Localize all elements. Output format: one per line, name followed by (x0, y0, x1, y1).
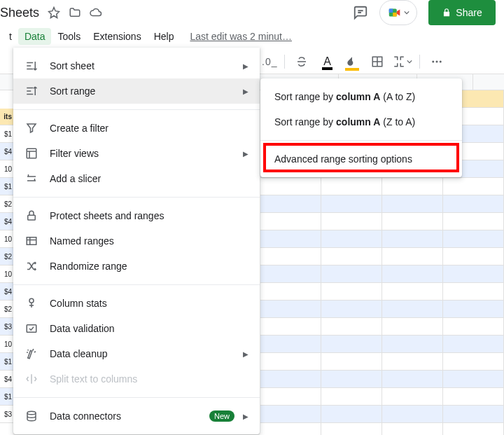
cell[interactable] (443, 301, 504, 318)
cell[interactable] (260, 406, 321, 423)
cell[interactable] (443, 195, 504, 213)
named-ranges-item[interactable]: Named ranges (13, 228, 260, 254)
data-connectors-item[interactable]: Data connectorsNew▶ (13, 403, 260, 429)
advanced-range-sorting[interactable]: Advanced range sorting options (260, 146, 462, 172)
protect-sheets-and-ranges-item[interactable]: Protect sheets and ranges (13, 203, 260, 228)
sort-sheet-item[interactable]: Sort sheet▶ (13, 53, 260, 78)
cell[interactable] (260, 336, 321, 353)
cell[interactable] (382, 336, 443, 353)
svg-point-5 (436, 61, 438, 63)
cell[interactable] (443, 213, 504, 230)
data-cleanup-item[interactable]: Data cleanup▶ (13, 341, 260, 366)
cell[interactable] (443, 336, 504, 353)
doc-title[interactable]: Sheets (0, 6, 39, 20)
cell[interactable] (382, 230, 443, 248)
sort-range-a-to-z[interactable]: Sort range by column A (A to Z) (260, 84, 462, 109)
data-validation-item[interactable]: Data validation (13, 316, 260, 341)
menu-help[interactable]: Help (148, 28, 181, 45)
cell[interactable] (321, 195, 382, 213)
cell[interactable] (260, 178, 321, 195)
cell[interactable] (382, 248, 443, 265)
cell[interactable] (382, 318, 443, 336)
number-format-partial[interactable]: .0_ (262, 56, 277, 67)
cell[interactable] (443, 230, 504, 248)
more-toolbar-button[interactable] (427, 52, 447, 71)
cell[interactable] (321, 371, 382, 388)
cell[interactable] (260, 423, 321, 435)
menu-extensions[interactable]: Extensions (87, 28, 147, 45)
cell[interactable] (321, 423, 382, 435)
text-color-button[interactable]: A (317, 52, 337, 71)
cell[interactable] (443, 423, 504, 435)
menu-tools[interactable]: Tools (51, 28, 87, 45)
sort-range-z-to-a[interactable]: Sort range by column A (Z to A) (260, 109, 462, 134)
menu-format-partial[interactable]: t (3, 28, 18, 45)
cell[interactable] (443, 388, 504, 406)
cell[interactable] (443, 353, 504, 371)
cell[interactable] (321, 178, 382, 195)
last-edit-link[interactable]: Last edit was 2 minut… (190, 31, 292, 42)
cell[interactable] (321, 406, 382, 423)
cell[interactable] (260, 195, 321, 213)
cell[interactable] (443, 318, 504, 336)
randomize-range-item[interactable]: Randomize range (13, 254, 260, 279)
cell[interactable] (382, 283, 443, 301)
comments-icon[interactable] (353, 5, 368, 20)
cell[interactable] (260, 230, 321, 248)
cell[interactable] (260, 318, 321, 336)
cell[interactable] (382, 406, 443, 423)
cloud-status-icon[interactable] (90, 6, 102, 19)
cell[interactable] (321, 265, 382, 283)
cell[interactable] (260, 388, 321, 406)
cell[interactable] (260, 283, 321, 301)
cell[interactable] (260, 213, 321, 230)
cell[interactable] (443, 265, 504, 283)
cell[interactable] (382, 388, 443, 406)
sort-range-item[interactable]: Sort range▶ (13, 78, 260, 104)
strikethrough-button[interactable] (292, 52, 312, 71)
cell[interactable] (443, 371, 504, 388)
meet-button[interactable] (379, 0, 417, 25)
cell[interactable] (321, 353, 382, 371)
cell[interactable] (382, 265, 443, 283)
cell[interactable] (443, 283, 504, 301)
filter-views-item[interactable]: Filter views▶ (13, 141, 260, 166)
cell[interactable] (321, 213, 382, 230)
cell[interactable] (382, 195, 443, 213)
borders-button[interactable] (368, 52, 387, 71)
cell[interactable] (443, 178, 504, 195)
cell-fragment: $1 (0, 388, 13, 406)
merge-button[interactable] (393, 52, 412, 71)
column-stats-item[interactable]: Column stats (13, 291, 260, 316)
fill-color-button[interactable] (342, 52, 362, 71)
star-icon[interactable] (48, 6, 60, 19)
cell[interactable] (321, 336, 382, 353)
cell[interactable] (382, 371, 443, 388)
cell-fragment: 10 (0, 336, 13, 353)
cell[interactable] (321, 248, 382, 265)
cell[interactable] (382, 423, 443, 435)
cell[interactable] (260, 265, 321, 283)
filter-views-icon (24, 146, 38, 160)
add-a-slicer-item[interactable]: Add a slicer (13, 166, 260, 191)
cell[interactable] (382, 353, 443, 371)
cell[interactable] (260, 371, 321, 388)
cell[interactable] (321, 301, 382, 318)
cell[interactable] (382, 301, 443, 318)
cell[interactable] (443, 248, 504, 265)
cell[interactable] (260, 248, 321, 265)
move-icon[interactable] (69, 6, 81, 19)
cell[interactable] (321, 318, 382, 336)
cell[interactable] (321, 283, 382, 301)
share-button[interactable]: Share (428, 0, 496, 25)
cell[interactable] (382, 178, 443, 195)
cell[interactable] (321, 388, 382, 406)
cell[interactable] (260, 353, 321, 371)
menu-data[interactable]: Data (18, 28, 52, 45)
cell[interactable] (260, 301, 321, 318)
cell[interactable] (321, 230, 382, 248)
cell[interactable] (443, 406, 504, 423)
create-a-filter-item[interactable]: Create a filter (13, 116, 260, 141)
menu-separator (13, 397, 260, 398)
cell[interactable] (382, 213, 443, 230)
